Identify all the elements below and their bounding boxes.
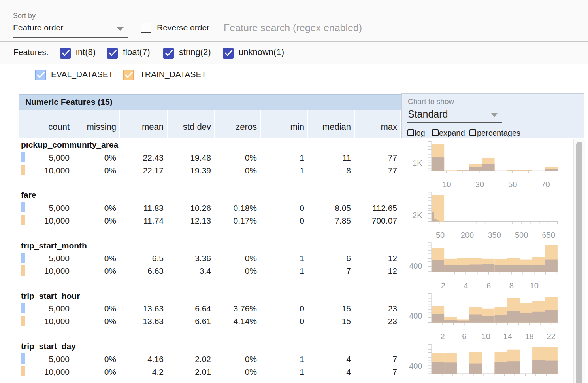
svg-text:2: 2 bbox=[441, 281, 445, 290]
svg-text:2: 2 bbox=[440, 332, 445, 341]
svg-text:50: 50 bbox=[508, 180, 517, 189]
svg-text:400: 400 bbox=[409, 362, 422, 370]
svg-text:2K: 2K bbox=[413, 211, 422, 220]
svg-text:10: 10 bbox=[530, 281, 539, 290]
svg-text:30: 30 bbox=[475, 180, 484, 189]
svg-text:10: 10 bbox=[482, 332, 490, 341]
svg-text:10: 10 bbox=[442, 180, 451, 189]
svg-text:350: 350 bbox=[488, 231, 501, 239]
svg-text:70: 70 bbox=[541, 180, 550, 189]
svg-text:22: 22 bbox=[547, 332, 555, 341]
svg-text:200: 200 bbox=[461, 231, 474, 239]
svg-text:400: 400 bbox=[409, 311, 422, 320]
svg-text:50: 50 bbox=[436, 231, 445, 239]
svg-text:650: 650 bbox=[542, 231, 555, 239]
svg-text:8: 8 bbox=[509, 281, 514, 290]
svg-text:18: 18 bbox=[525, 332, 533, 341]
svg-text:14: 14 bbox=[503, 332, 512, 341]
svg-text:4: 4 bbox=[464, 281, 468, 290]
svg-text:1K: 1K bbox=[413, 159, 422, 167]
svg-text:500: 500 bbox=[515, 231, 528, 239]
svg-text:400: 400 bbox=[409, 262, 422, 270]
svg-text:6: 6 bbox=[462, 332, 466, 341]
svg-text:6: 6 bbox=[486, 281, 491, 290]
